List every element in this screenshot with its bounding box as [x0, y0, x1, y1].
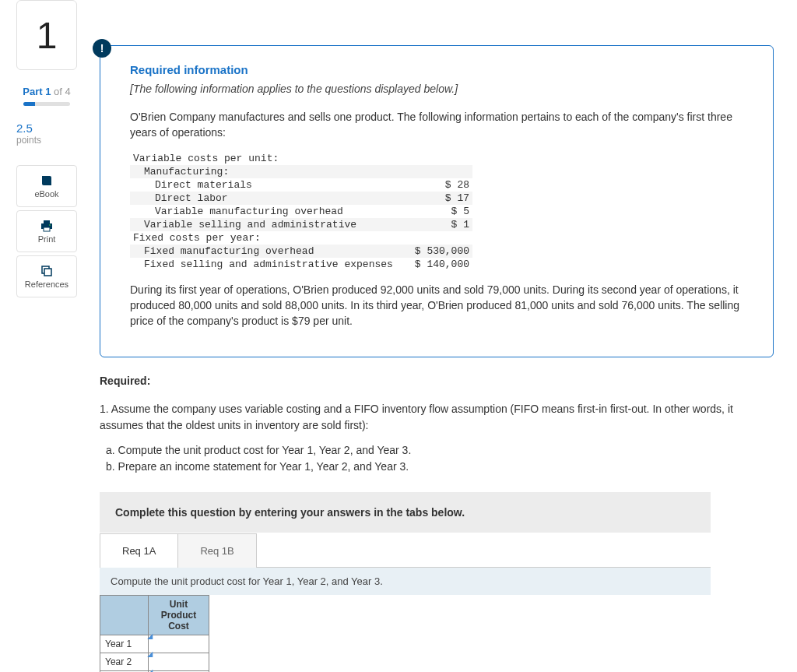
instruction-bar: Complete this question by entering your …	[100, 492, 711, 533]
printer-icon	[40, 220, 54, 232]
info-title: Required information	[130, 63, 743, 76]
info-para-2: During its first year of operations, O'B…	[130, 282, 743, 329]
copy-icon	[40, 265, 53, 277]
cost-table: Variable costs per unit: Manufacturing: …	[130, 152, 472, 271]
points-value: 2.5	[16, 121, 77, 135]
references-button[interactable]: References	[16, 255, 77, 297]
main-content: ! Required information [The following in…	[93, 0, 797, 672]
sidebar: 1 Part 1 of 4 2.5 points eBook Print Ref…	[0, 0, 93, 672]
svg-rect-2	[44, 227, 50, 231]
tab-req-1b[interactable]: Req 1B	[177, 533, 256, 568]
print-button[interactable]: Print	[16, 210, 77, 252]
progress-bar	[23, 102, 70, 106]
points-label: points	[16, 135, 77, 146]
svg-rect-5	[44, 269, 51, 276]
req-question-1: 1. Assume the company uses variable cost…	[100, 401, 774, 433]
required-label: Required:	[100, 375, 774, 387]
col-header-upc: Unit Product Cost	[149, 596, 209, 635]
input-year2[interactable]	[149, 653, 209, 671]
tab-instruction: Compute the unit product cost for Year 1…	[100, 568, 711, 595]
progress-fill	[23, 102, 35, 106]
sub-list: a. Compute the unit product cost for Yea…	[106, 442, 774, 475]
book-icon	[40, 174, 53, 187]
question-number-box: 1	[16, 0, 77, 70]
answer-area: Complete this question by entering your …	[100, 492, 711, 672]
req-1b: b. Prepare an income statement for Year …	[106, 459, 774, 475]
tab-req-1a[interactable]: Req 1A	[100, 533, 178, 568]
info-note: [The following information applies to th…	[130, 83, 743, 95]
ebook-button[interactable]: eBook	[16, 165, 77, 207]
req-1a: a. Compute the unit product cost for Yea…	[106, 442, 774, 459]
table-corner	[100, 596, 149, 635]
question-number: 1	[37, 14, 58, 57]
row-label-year1: Year 1	[100, 635, 149, 653]
row-label-year2: Year 2	[100, 653, 149, 671]
unit-product-cost-table: Unit Product Cost Year 1 Year 2 Year 3	[100, 595, 209, 672]
tabs: Req 1A Req 1B	[100, 533, 711, 568]
table-row: Year 2	[100, 653, 209, 671]
info-para-1: O'Brien Company manufactures and sells o…	[130, 109, 743, 141]
part-label: Part 1 of 4	[23, 86, 70, 97]
svg-point-3	[49, 224, 51, 226]
table-row: Year 1	[100, 635, 209, 653]
required-information-box: Required information [The following info…	[100, 45, 774, 357]
input-year1[interactable]	[149, 635, 209, 653]
alert-icon: !	[93, 39, 111, 58]
required-block: Required: 1. Assume the company uses var…	[100, 375, 774, 475]
svg-rect-1	[44, 220, 50, 223]
